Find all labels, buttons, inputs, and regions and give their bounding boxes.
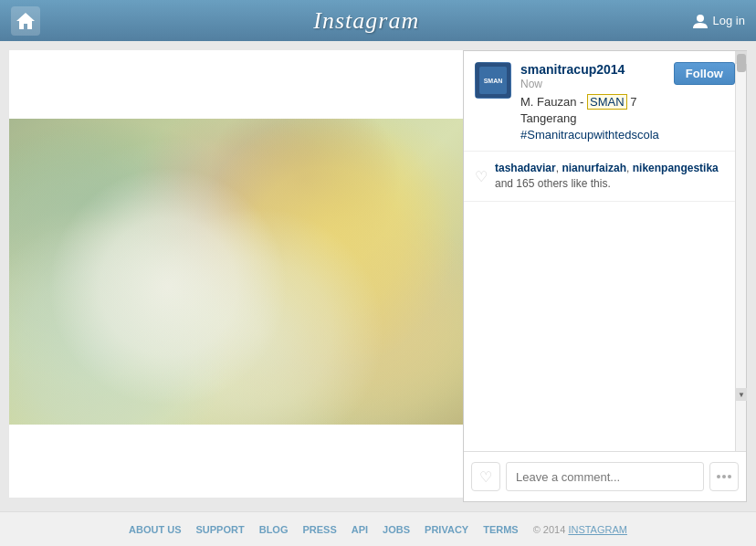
username[interactable]: smanitracup2014 [520, 62, 665, 78]
svg-text:SMAN: SMAN [484, 78, 503, 84]
svg-point-0 [697, 15, 704, 22]
comment-input-area: ♡ [464, 451, 746, 501]
liker-1-link[interactable]: tashadaviar [495, 162, 556, 174]
food-photo [9, 119, 463, 425]
footer-blog-link[interactable]: BLOG [259, 524, 289, 535]
copyright: © 2014 INSTAGRAM [533, 524, 627, 535]
post-meta: smanitracup2014 Now M. Fauzan - SMAN 7 T… [520, 62, 665, 143]
right-panel: SMAN smanitracup2014 Now M. Fauzan - SMA… [463, 50, 747, 502]
caption-prefix: M. Fauzan - [520, 95, 587, 109]
post-caption: M. Fauzan - SMAN 7 Tangerang #Smanitracu… [520, 94, 665, 144]
timestamp: Now [520, 78, 665, 90]
likes-text: tashadaviar, nianurfaizah, nikenpangesti… [495, 161, 735, 192]
dot-2 [722, 475, 726, 478]
copyright-text: © 2014 [533, 524, 566, 535]
footer-privacy-link[interactable]: PRIVACY [425, 524, 468, 535]
avatar-image: SMAN [475, 62, 511, 99]
dot-1 [717, 475, 720, 478]
footer-api-link[interactable]: API [352, 524, 368, 535]
likes-count: 165 [516, 177, 534, 190]
image-top-spacer [9, 50, 463, 119]
liker-3-link[interactable]: nikenpangestika [633, 162, 719, 174]
login-label: Log in [713, 14, 745, 27]
post-image [9, 119, 463, 425]
hashtag[interactable]: #Smanitracupwithtedscola [520, 128, 659, 142]
user-icon [693, 14, 708, 28]
scroll-down-button[interactable]: ▼ [736, 388, 747, 401]
comments-area[interactable] [464, 202, 746, 451]
footer-jobs-link[interactable]: JOBS [383, 524, 410, 535]
liker-2-link[interactable]: nianurfaizah [562, 162, 626, 174]
heart-icon[interactable]: ♡ [475, 168, 488, 185]
follow-button[interactable]: Follow [674, 62, 735, 85]
footer-press-link[interactable]: PRESS [302, 524, 336, 535]
footer: ABOUT US SUPPORT BLOG PRESS API JOBS PRI… [0, 511, 756, 546]
footer-terms-link[interactable]: TERMS [483, 524, 519, 535]
app-title: Instagram [313, 7, 419, 35]
more-options-button[interactable] [709, 462, 739, 491]
main-content: SMAN smanitracup2014 Now M. Fauzan - SMA… [0, 41, 756, 511]
scrollbar[interactable]: ▲ ▼ [735, 51, 746, 451]
home-button[interactable] [11, 6, 40, 36]
footer-brand-link[interactable]: INSTAGRAM [568, 524, 627, 535]
scroll-thumb[interactable] [737, 54, 746, 72]
likes-section: ♡ tashadaviar, nianurfaizah, nikenpanges… [464, 152, 746, 202]
footer-about-link[interactable]: ABOUT US [129, 524, 181, 535]
app-header: Instagram Log in [0, 0, 756, 41]
post-header: SMAN smanitracup2014 Now M. Fauzan - SMA… [464, 51, 746, 152]
login-link[interactable]: Log in [693, 14, 745, 28]
footer-support-link[interactable]: SUPPORT [196, 524, 245, 535]
home-icon [16, 13, 35, 29]
like-button[interactable]: ♡ [471, 462, 500, 491]
image-bottom-spacer [9, 425, 463, 498]
dot-3 [728, 475, 731, 478]
avatar: SMAN [475, 62, 511, 99]
image-panel [9, 50, 463, 502]
comment-input[interactable] [506, 462, 704, 491]
sman-link[interactable]: SMAN [587, 94, 627, 110]
